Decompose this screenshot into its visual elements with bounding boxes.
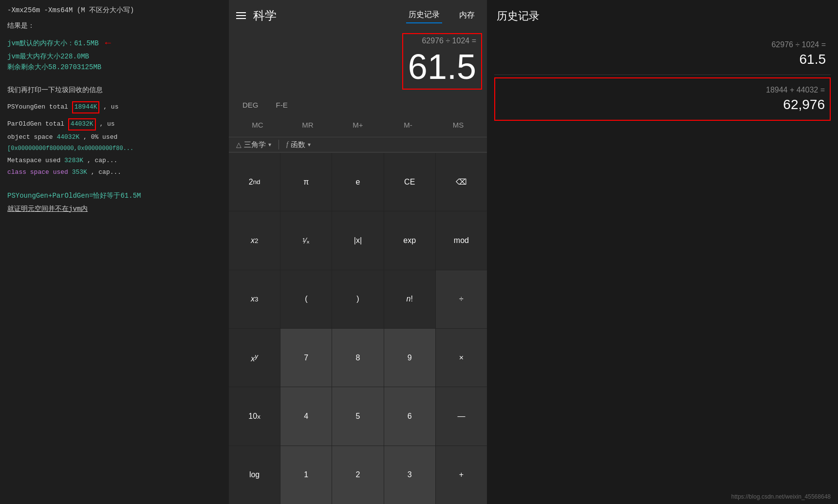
gc-section-header: 我们再打印一下垃圾回收的信息 (7, 85, 222, 95)
meta-label: Metaspace (7, 157, 41, 164)
memory-row: MC MR M+ M- MS (229, 113, 487, 137)
deg-button[interactable]: DEG (239, 99, 262, 111)
old-gen-label: ParOldGen (7, 120, 41, 128)
jvm-max-memory: jvm最大内存大小228.0MB (7, 51, 222, 62)
menu-icon[interactable] (236, 12, 246, 19)
history-item-2[interactable]: 18944 + 44032 = 62,976 (494, 77, 831, 121)
left-code-panel: -Xmx256m -Xms64M (M 不区分大小写) 结果是： jvm默认的内… (0, 0, 229, 504)
jvm-remaining-memory: 剩余剩余大小58.20703125MB (7, 62, 222, 73)
1-button[interactable]: 1 (280, 446, 332, 504)
mplus-button[interactable]: M+ (334, 117, 382, 133)
func-icon: f (286, 141, 288, 149)
ms-button[interactable]: MS (434, 117, 482, 133)
young-gen-total: total (49, 103, 72, 111)
history-expression-1: 62976 ÷ 1024 = (499, 40, 826, 49)
red-arrow-icon: ← (105, 36, 111, 51)
xy-button[interactable]: xy (229, 329, 280, 387)
e-button[interactable]: e (332, 153, 383, 211)
2-button[interactable]: 2 (332, 446, 383, 504)
pi-button[interactable]: π (280, 153, 332, 211)
trig-label: 三角学 (244, 140, 266, 149)
meta-suffix: , cap... (87, 157, 117, 164)
result-label: 结果是： (7, 20, 222, 31)
6-button[interactable]: 6 (384, 387, 435, 445)
lparen-button[interactable]: ( (280, 270, 332, 328)
backspace-button[interactable]: ⌫ (436, 153, 487, 211)
ce-button[interactable]: CE (384, 153, 435, 211)
class-space-used-label: used (53, 168, 72, 176)
trig-arrow-icon: ▾ (268, 141, 271, 148)
calc-result: 61.5 (408, 48, 476, 86)
class-space-label: class space (7, 168, 49, 176)
add-button[interactable]: + (436, 446, 487, 504)
exp-button[interactable]: exp (384, 211, 435, 269)
trig-group[interactable]: △ 三角学 ▾ (236, 140, 271, 149)
trig-icon: △ (236, 141, 242, 149)
gc-row-meta: Metaspace used 3283K , cap... (7, 156, 222, 166)
history-item-1[interactable]: 62976 ÷ 1024 = 61.5 (494, 33, 831, 75)
footer-url: https://blog.csdn.net/weixin_45568648 (487, 491, 838, 504)
9-button[interactable]: 9 (384, 329, 435, 387)
gc-row-young: PSYoungGen total 18944K , us (7, 101, 222, 113)
proof-note: 就证明元空间并不在jvm内 (7, 204, 222, 214)
history-expression-2: 18944 + 44032 = (500, 86, 825, 94)
reciprocal-button[interactable]: ¹⁄ₓ (280, 211, 332, 269)
gc-row-class: class space used 353K , cap... (7, 168, 222, 178)
2nd-button[interactable]: 2nd (229, 153, 280, 211)
gc-row-old: ParOldGen total 44032K , us (7, 118, 222, 131)
history-value-2: 62,976 (500, 97, 825, 112)
old-gen-value: 44032K (68, 118, 96, 131)
gc-row-addr: [0x00000000f8000000,0x00000000f80... (7, 144, 222, 153)
func-group[interactable]: f 函数 ▾ (286, 140, 311, 149)
calc-functions-row: △ 三角学 ▾ f 函数 ▾ (229, 137, 487, 152)
young-gen-label: PSYoungGen (7, 103, 45, 111)
history-panel: 历史记录 62976 ÷ 1024 = 61.5 18944 + 44032 =… (487, 0, 838, 504)
4-button[interactable]: 4 (280, 387, 332, 445)
divide-button[interactable]: ÷ (436, 270, 487, 328)
abs-button[interactable]: |x| (332, 211, 383, 269)
subtract-button[interactable]: — (436, 387, 487, 445)
cmd-line: -Xmx256m -Xms64M (M 不区分大小写) (7, 5, 222, 16)
calc-mode-row: DEG F-E (229, 97, 487, 113)
multiply-button[interactable]: × (436, 329, 487, 387)
history-value-1: 61.5 (499, 52, 826, 67)
mc-button[interactable]: MC (234, 117, 281, 133)
history-list: 62976 ÷ 1024 = 61.5 18944 + 44032 = 62,9… (487, 28, 838, 491)
calc-expression: 62976 ÷ 1024 = (408, 37, 476, 45)
5-button[interactable]: 5 (332, 387, 383, 445)
object-space-value: 44032K (56, 133, 79, 141)
calc-header: 科学 历史记录 内存 (229, 0, 487, 28)
old-gen-suffix: , us (99, 120, 114, 128)
func-arrow-icon: ▾ (308, 141, 311, 148)
log-button[interactable]: log (229, 446, 280, 504)
10x-button[interactable]: 10x (229, 387, 280, 445)
summary-note: PSYoungGen+ParOldGen=恰好等于61.5M (7, 190, 222, 201)
8-button[interactable]: 8 (332, 329, 383, 387)
fe-button[interactable]: F-E (272, 99, 292, 111)
calc-button-grid: 2nd π e CE ⌫ x2 ¹⁄ₓ |x| exp mod x3 ( ) n… (229, 152, 487, 504)
meta-value: 3283K (64, 157, 83, 164)
x2-button[interactable]: x2 (229, 211, 280, 269)
func-label: 函数 (291, 140, 305, 149)
header-actions: 历史记录 内存 (406, 7, 477, 23)
rparen-button[interactable]: ) (332, 270, 383, 328)
class-space-value: 353K (72, 168, 87, 176)
history-title: 历史记录 (487, 0, 838, 28)
mr-button[interactable]: MR (284, 117, 332, 133)
7-button[interactable]: 7 (280, 329, 332, 387)
mminus-button[interactable]: M- (384, 117, 432, 133)
gc-table: PSYoungGen total 18944K , us ParOldGen t… (7, 101, 222, 178)
x3-button[interactable]: x3 (229, 270, 280, 328)
object-space-label: object space (7, 133, 56, 141)
jvm-line-1: jvm默认的内存大小：61.5MB ← (7, 36, 222, 51)
memory-button[interactable]: 内存 (457, 7, 477, 23)
mod-button[interactable]: mod (436, 211, 487, 269)
func-separator (279, 140, 279, 149)
3-button[interactable]: 3 (384, 446, 435, 504)
young-gen-suffix: , us (103, 103, 118, 111)
class-space-suffix: , cap... (91, 168, 121, 176)
old-gen-total: total (45, 120, 68, 128)
history-button[interactable]: 历史记录 (406, 7, 442, 23)
calc-title: 科学 (253, 8, 399, 23)
factorial-button[interactable]: n! (384, 270, 435, 328)
